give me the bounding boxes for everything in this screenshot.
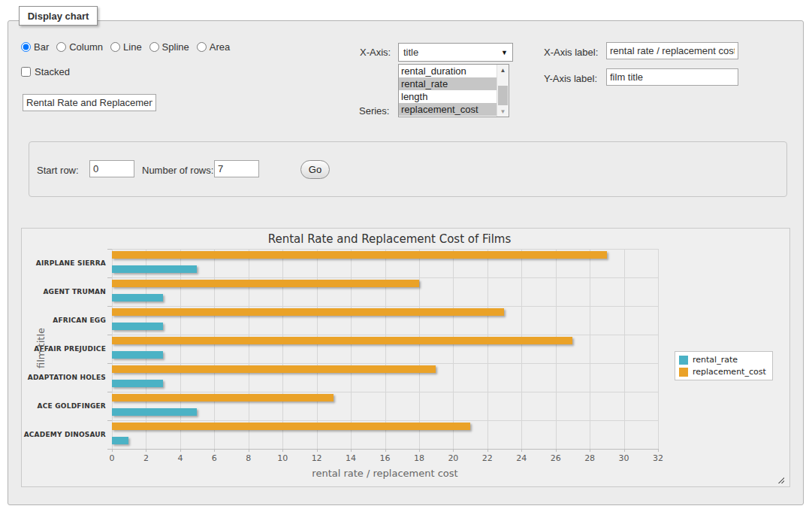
bar-rental_rate-african-egg[interactable] <box>112 323 163 330</box>
series-listbox[interactable]: rental_durationrental_ratelengthreplacem… <box>398 64 509 117</box>
radio-line-input[interactable] <box>110 42 120 52</box>
radio-line[interactable]: Line <box>110 41 142 53</box>
legend-item-replacement_cost[interactable]: replacement_cost <box>679 367 766 377</box>
category-label-4: ADAPTATION HOLES <box>28 374 106 381</box>
x-axis-line <box>112 449 658 450</box>
gridline-y-6 <box>112 420 658 421</box>
start-row-input[interactable] <box>89 160 134 177</box>
y-tick-2 <box>107 306 112 307</box>
gridline-y-1 <box>112 277 658 278</box>
series-label: Series: <box>359 105 389 117</box>
x-tick-label-16: 16 <box>380 453 391 463</box>
bar-replacement_cost-airplane-sierra[interactable] <box>112 251 607 259</box>
bar-rental_rate-airplane-sierra[interactable] <box>112 265 197 273</box>
y-tick-5 <box>107 392 112 392</box>
bar-rental_rate-ace-goldfinger[interactable] <box>112 408 197 416</box>
category-label-5: ACE GOLDFINGER <box>38 402 106 410</box>
y-axis-label-label: Y-Axis label: <box>544 73 597 84</box>
category-label-6: ACADEMY DINOSAUR <box>24 431 106 438</box>
x-tick-32 <box>658 449 659 452</box>
x-tick-label-20: 20 <box>448 453 458 463</box>
bar-replacement_cost-african-egg[interactable] <box>112 308 504 316</box>
scroll-up-icon[interactable]: ▲ <box>497 65 509 75</box>
gridline-x-28 <box>590 249 590 449</box>
x-axis-title: rental rate / replacement cost <box>312 468 457 479</box>
radio-area-input[interactable] <box>197 42 207 52</box>
chart-legend: rental_ratereplacement_cost <box>675 351 773 380</box>
bar-rental_rate-affair-prejudice[interactable] <box>112 351 163 359</box>
x-tick-label-32: 32 <box>653 453 663 463</box>
x-tick-label-0: 0 <box>110 453 115 463</box>
gridline-x-6 <box>214 249 215 449</box>
category-label-0: AIRPLANE SIERRA <box>36 259 106 267</box>
bar-replacement_cost-agent-truman[interactable] <box>112 280 419 287</box>
radio-column[interactable]: Column <box>56 41 103 53</box>
chart-resize-handle[interactable] <box>776 476 784 483</box>
radio-bar-label[interactable]: Bar <box>34 41 49 53</box>
gridline-x-2 <box>146 249 146 449</box>
radio-column-label[interactable]: Column <box>69 41 103 53</box>
bar-rental_rate-academy-dinosaur[interactable] <box>112 437 128 444</box>
scrollbar-thumb[interactable] <box>498 86 508 105</box>
radio-column-input[interactable] <box>56 42 66 52</box>
x-axis-select-value: title <box>403 47 418 58</box>
radio-spline-label[interactable]: Spline <box>162 41 189 53</box>
x-tick-label-14: 14 <box>346 453 356 463</box>
x-tick-label-18: 18 <box>414 453 424 463</box>
series-option-length[interactable]: length <box>399 90 497 103</box>
x-tick-label-8: 8 <box>246 453 251 463</box>
x-tick-label-2: 2 <box>143 453 149 463</box>
row-range-panel: Start row: Number of rows: Go <box>29 141 787 197</box>
bar-replacement_cost-adaptation-holes[interactable] <box>112 365 436 373</box>
bar-replacement_cost-affair-prejudice[interactable] <box>112 337 572 344</box>
radio-spline[interactable]: Spline <box>149 41 189 53</box>
x-tick-label-10: 10 <box>277 453 288 463</box>
x-tick-label-26: 26 <box>551 453 561 463</box>
bar-rental_rate-agent-truman[interactable] <box>112 294 163 301</box>
x-tick-label-4: 4 <box>177 453 183 463</box>
series-option-replacement_cost[interactable]: replacement_cost <box>399 103 497 116</box>
x-tick-label-6: 6 <box>212 453 217 463</box>
gridline-y-5 <box>112 392 658 392</box>
go-button[interactable]: Go <box>300 160 330 179</box>
legend-label-replacement_cost: replacement_cost <box>693 367 766 377</box>
scroll-down-icon[interactable]: ▼ <box>497 106 509 117</box>
gridline-x-4 <box>180 249 181 449</box>
category-label-2: AFRICAN EGG <box>53 317 106 324</box>
series-scrollbar[interactable]: ▲ ▼ <box>497 65 509 117</box>
start-row-label: Start row: <box>37 165 79 176</box>
radio-line-label[interactable]: Line <box>123 41 142 53</box>
chart-title-input[interactable] <box>23 94 156 111</box>
number-of-rows-label: Number of rows: <box>142 165 213 176</box>
chevron-down-icon: ▼ <box>501 49 508 56</box>
radio-bar-input[interactable] <box>21 42 31 52</box>
gridline-y-2 <box>112 306 658 307</box>
x-axis-label-input[interactable] <box>606 42 738 59</box>
x-tick-label-24: 24 <box>516 453 527 463</box>
page: Display chart Bar Column Line Spline Are… <box>0 0 812 512</box>
y-axis-label-input[interactable] <box>606 68 738 86</box>
radio-spline-input[interactable] <box>149 42 159 52</box>
x-axis-label-label: X-Axis label: <box>544 47 598 58</box>
series-option-rental_rate[interactable]: rental_rate <box>399 77 497 90</box>
bar-replacement_cost-academy-dinosaur[interactable] <box>112 423 470 430</box>
legend-item-rental_rate[interactable]: rental_rate <box>679 355 766 365</box>
gridline-x-20 <box>453 249 454 449</box>
category-label-1: AGENT TRUMAN <box>43 288 106 295</box>
chart-panel: Rental Rate and Replacement Cost of Film… <box>21 228 790 487</box>
y-tick-6 <box>107 420 112 421</box>
stacked-label[interactable]: Stacked <box>35 66 70 77</box>
gridline-x-14 <box>351 249 352 449</box>
y-tick-3 <box>107 335 112 335</box>
stacked-checkbox[interactable] <box>21 67 31 77</box>
bar-replacement_cost-ace-goldfinger[interactable] <box>112 394 334 401</box>
legend-swatch-replacement_cost <box>679 368 688 377</box>
x-tick-label-30: 30 <box>619 453 629 463</box>
radio-area[interactable]: Area <box>197 41 230 53</box>
bar-rental_rate-adaptation-holes[interactable] <box>112 380 163 387</box>
number-of-rows-input[interactable] <box>214 160 259 177</box>
radio-area-label[interactable]: Area <box>210 41 230 53</box>
radio-bar[interactable]: Bar <box>21 41 49 53</box>
series-option-rental_duration[interactable]: rental_duration <box>399 65 497 77</box>
x-axis-select[interactable]: title ▼ <box>398 43 513 62</box>
